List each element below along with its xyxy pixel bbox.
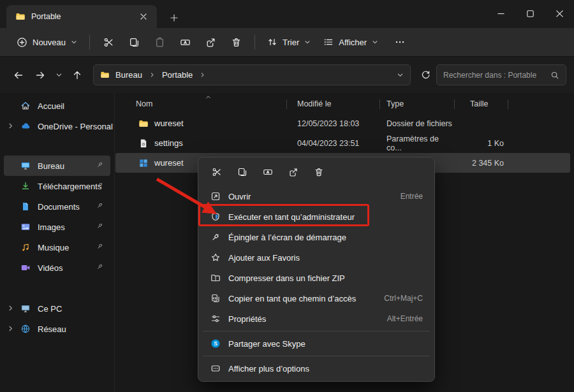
- context-menu-item-copy-path[interactable]: Copier en tant que chemin d’accès Ctrl+M…: [202, 288, 430, 309]
- rename-icon[interactable]: [257, 163, 278, 182]
- tab-close-button[interactable]: [136, 10, 151, 24]
- history-dropdown-button[interactable]: [51, 64, 66, 86]
- pin-icon: [96, 222, 104, 230]
- sidebar-item-bureau[interactable]: Bureau: [4, 156, 110, 176]
- column-label: Type: [386, 99, 404, 108]
- chevron-right-icon: [148, 72, 156, 78]
- copy-icon[interactable]: [232, 163, 253, 182]
- delete-button[interactable]: [223, 31, 249, 53]
- context-menu-item-ouvrir[interactable]: Ouvrir Entrée: [202, 186, 430, 207]
- sidebar-item-reseau[interactable]: Réseau: [4, 319, 110, 339]
- menu-item-label: Épingler à l’écran de démarrage: [228, 233, 346, 242]
- explorer-tab[interactable]: Portable: [6, 5, 157, 28]
- sidebar-item-images[interactable]: Images: [4, 217, 110, 237]
- sidebar-item-onedrive[interactable]: OneDrive - Personal: [4, 116, 110, 136]
- up-button[interactable]: [66, 64, 88, 86]
- column-label: Nom: [136, 99, 152, 108]
- file-row-wureset-folder[interactable]: wureset 12/05/2023 18:03 Dossier de fich…: [115, 113, 570, 133]
- cut-button[interactable]: [96, 31, 121, 53]
- refresh-button[interactable]: [415, 64, 436, 86]
- context-menu-item-pin-to-start[interactable]: Épingler à l’écran de démarrage: [202, 227, 430, 247]
- paste-button[interactable]: [147, 31, 172, 53]
- chevron-right-icon: [198, 72, 207, 78]
- toolbar-separator: [254, 35, 255, 50]
- back-button[interactable]: [8, 64, 29, 86]
- search-icon: [550, 71, 559, 80]
- forward-button[interactable]: [29, 64, 51, 86]
- chevron-expand-icon[interactable]: [7, 122, 14, 129]
- plus-circle-icon: [17, 37, 27, 48]
- pin-icon: [96, 242, 104, 250]
- column-header-size[interactable]: Taille: [455, 94, 508, 113]
- breadcrumb-bureau[interactable]: Bureau: [112, 69, 145, 81]
- address-bar[interactable]: Bureau Portable: [93, 64, 411, 85]
- pin-icon: [96, 181, 104, 189]
- chevron-expand-icon[interactable]: [7, 325, 14, 332]
- sidebar-item-telechargements[interactable]: Téléchargements: [4, 176, 110, 196]
- column-divider[interactable]: [508, 99, 508, 109]
- sidebar-item-ce-pc[interactable]: Ce PC: [4, 298, 110, 319]
- rename-button[interactable]: [172, 31, 198, 53]
- column-header-modified[interactable]: Modifié le: [287, 94, 379, 113]
- run-as-admin-shield-icon: [210, 212, 221, 222]
- sidebar-item-documents[interactable]: Documents: [4, 196, 110, 217]
- delete-icon[interactable]: [308, 163, 329, 182]
- chevron-down-icon: [372, 39, 378, 45]
- sidebar: Accueil OneDrive - Personal Bureau: [0, 93, 115, 392]
- context-menu-separator: [203, 356, 430, 356]
- file-row-settings[interactable]: settings 04/04/2023 23:51 Paramètres de …: [115, 133, 570, 153]
- file-size: 2 345 Ko: [455, 159, 508, 168]
- new-tab-button[interactable]: [166, 10, 182, 26]
- column-label: Modifié le: [297, 99, 332, 108]
- context-menu-item-properties[interactable]: Propriétés Alt+Entrée: [202, 309, 430, 329]
- share-icon[interactable]: [283, 163, 304, 182]
- address-dropdown-icon[interactable]: [397, 71, 404, 78]
- folder-icon: [100, 70, 110, 80]
- sort-button[interactable]: Trier: [261, 31, 317, 53]
- list-view-icon: [323, 37, 334, 47]
- chevron-down-icon: [71, 39, 77, 45]
- copy-path-icon: [210, 293, 221, 303]
- toolbar-separator: [89, 35, 90, 50]
- minimize-button[interactable]: [486, 0, 515, 27]
- context-menu-item-add-favorites[interactable]: Ajouter aux Favoris: [202, 247, 430, 268]
- column-header-type[interactable]: Type: [380, 94, 454, 113]
- cut-icon[interactable]: [206, 163, 227, 182]
- music-icon: [20, 242, 31, 252]
- file-modified: 04/04/2023 23:51: [287, 139, 380, 148]
- context-menu-item-compress-zip[interactable]: Compresser dans un fichier ZIP: [202, 268, 430, 288]
- app-icon: [138, 158, 149, 168]
- folder-icon: [138, 119, 149, 129]
- zip-folder-icon: [210, 273, 221, 283]
- close-button[interactable]: [545, 0, 574, 27]
- command-toolbar: Nouveau Trier: [0, 28, 574, 57]
- chevron-down-icon: [304, 39, 311, 45]
- new-button[interactable]: Nouveau: [10, 31, 84, 53]
- network-globe-icon: [20, 324, 31, 334]
- view-button[interactable]: Afficher: [317, 31, 385, 53]
- copy-button[interactable]: [121, 31, 147, 53]
- sidebar-item-musique[interactable]: Musique: [4, 237, 110, 258]
- context-menu-item-run-as-admin[interactable]: Exécuter en tant qu’administrateur: [202, 207, 430, 227]
- search-box[interactable]: [436, 64, 566, 85]
- pin-to-start-icon: [210, 232, 221, 242]
- share-button[interactable]: [198, 31, 223, 53]
- maximize-button[interactable]: [515, 0, 545, 27]
- search-input[interactable]: [443, 71, 547, 80]
- sidebar-item-accueil[interactable]: Accueil: [4, 96, 110, 116]
- context-menu-item-share-skype[interactable]: S Partager avec Skype: [202, 333, 430, 354]
- sidebar-item-label: OneDrive - Personal: [38, 122, 113, 131]
- chevron-expand-icon[interactable]: [7, 305, 14, 312]
- sort-button-label: Trier: [283, 38, 299, 47]
- sidebar-item-videos[interactable]: Vidéos: [4, 258, 110, 278]
- breadcrumb-portable[interactable]: Portable: [159, 69, 196, 81]
- context-menu-item-show-more-options[interactable]: Afficher plus d’options: [202, 358, 430, 379]
- properties-icon: [210, 314, 221, 324]
- more-options-button[interactable]: [388, 31, 411, 53]
- column-headers: Nom Modifié le Type Taille: [115, 94, 574, 113]
- column-header-name[interactable]: Nom: [115, 94, 286, 113]
- this-pc-icon: [20, 303, 31, 314]
- menu-item-label: Copier en tant que chemin d’accès: [228, 294, 356, 303]
- file-explorer-window: Portable Nouveau: [0, 0, 574, 392]
- open-icon: [210, 191, 221, 201]
